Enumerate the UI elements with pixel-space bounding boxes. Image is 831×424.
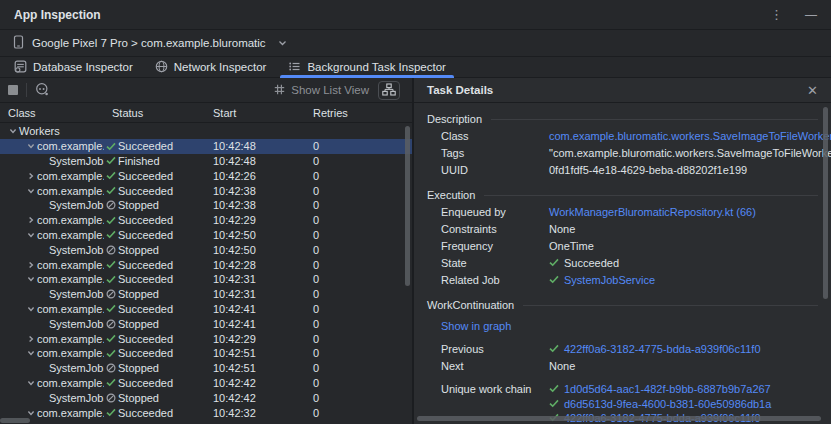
worker-class-label: SystemJobSe: [49, 318, 104, 330]
stop-inspector-icon[interactable]: [8, 85, 18, 95]
chevron-right-icon[interactable]: [24, 172, 37, 180]
table-row[interactable]: SystemJobSeStopped10:42:410: [0, 316, 412, 331]
success-check-icon: [106, 334, 118, 343]
detail-value-link[interactable]: WorkManagerBluromaticRepository.kt (66): [549, 206, 756, 218]
worker-class-label: SystemJobSe: [49, 155, 104, 167]
horizontal-scrollbar[interactable]: [417, 416, 821, 421]
section-title: Execution: [427, 189, 475, 201]
chevron-down-icon[interactable]: [24, 379, 37, 387]
tasks-panel: Show List View Class Status Start Retrie…: [0, 78, 414, 424]
start-time-label: 10:42:42: [213, 392, 256, 404]
success-check-icon: [106, 408, 118, 417]
chevron-right-icon[interactable]: [24, 261, 37, 269]
retries-label: 0: [313, 377, 319, 389]
start-time-label: 10:42:48: [213, 140, 256, 152]
chevron-down-icon[interactable]: [24, 409, 37, 417]
close-icon[interactable]: ✕: [807, 84, 818, 97]
stopped-icon: [106, 319, 118, 329]
chevron-down-icon[interactable]: [24, 305, 37, 313]
table-row[interactable]: com.example.blSucceeded10:42:280: [0, 257, 412, 272]
detail-value: None: [549, 360, 575, 372]
table-row[interactable]: com.example.blSucceeded10:42:320: [0, 405, 412, 420]
chevron-down-icon[interactable]: [6, 127, 19, 135]
table-row[interactable]: SystemJobSeStopped10:42:420: [0, 390, 412, 405]
detail-value-link[interactable]: d6d5613d-9fea-4600-b381-60e50986db1a: [564, 398, 771, 410]
chevron-down-icon[interactable]: [24, 142, 37, 150]
table-row[interactable]: com.example.blSucceeded10:42:290: [0, 213, 412, 228]
chevron-down-icon[interactable]: [24, 349, 37, 357]
table-row[interactable]: com.example.blSucceeded10:42:380: [0, 183, 412, 198]
detail-value-link[interactable]: 422ff0a6-3182-4775-bdda-a939f06c11f0: [564, 343, 761, 355]
detail-value-link[interactable]: 1d0d5d64-aac1-482f-b9bb-6887b9b7a267: [564, 383, 771, 395]
status-label: Stopped: [118, 244, 159, 256]
column-header-status[interactable]: Status: [104, 107, 204, 119]
worker-class-label: SystemJobSe: [49, 199, 104, 211]
tab-background-task-inspector[interactable]: Background Task Inspector: [277, 57, 457, 77]
task-details-panel: Task Details ✕ DescriptionClasscom.examp…: [414, 78, 831, 424]
retries-label: 0: [313, 140, 319, 152]
table-row[interactable]: SystemJobSeStopped10:42:310: [0, 287, 412, 302]
list-view-icon: [273, 83, 286, 98]
chevron-down-icon[interactable]: [24, 275, 37, 283]
more-options-icon[interactable]: ⋮: [770, 8, 783, 21]
detail-value-link[interactable]: com.example.bluromatic.workers.SaveImage…: [549, 130, 831, 142]
tasks-toolbar: Show List View: [0, 78, 412, 103]
table-row[interactable]: SystemJobSeStopped10:42:380: [0, 198, 412, 213]
horizontal-scrollbar[interactable]: [0, 418, 30, 423]
status-label: Succeeded: [118, 214, 173, 226]
stopped-icon: [106, 363, 118, 373]
status-label: Succeeded: [118, 273, 173, 285]
filter-tags-icon[interactable]: [35, 82, 50, 99]
start-time-label: 10:42:38: [213, 199, 256, 211]
show-in-graph-link[interactable]: Show in graph: [441, 320, 511, 332]
status-label: Succeeded: [118, 333, 173, 345]
success-check-icon: [106, 275, 118, 284]
tab-network-inspector[interactable]: Network Inspector: [144, 57, 278, 77]
table-row[interactable]: com.example.blSucceeded10:42:500: [0, 228, 412, 243]
worker-class-label: com.example.bl: [37, 347, 104, 359]
vertical-scrollbar[interactable]: [823, 107, 828, 299]
table-row[interactable]: SystemJobSeStopped10:42:500: [0, 242, 412, 257]
detail-value-link[interactable]: SystemJobService: [564, 274, 655, 286]
retries-label: 0: [313, 347, 319, 359]
table-row[interactable]: com.example.blSucceeded10:42:260: [0, 168, 412, 183]
task-details-title: Task Details: [427, 84, 493, 96]
graph-view-button[interactable]: [378, 81, 400, 100]
database-icon: [14, 60, 27, 75]
chevron-right-icon[interactable]: [24, 216, 37, 224]
table-row[interactable]: SystemJobSeStopped10:42:510: [0, 361, 412, 376]
worker-class-label: SystemJobSe: [49, 362, 104, 374]
column-header-class[interactable]: Class: [0, 107, 104, 119]
title-bar: App Inspection ⋮ —: [0, 0, 831, 30]
show-list-view-button[interactable]: Show List View: [273, 83, 369, 98]
retries-label: 0: [313, 303, 319, 315]
stopped-icon: [106, 289, 118, 299]
start-time-label: 10:42:38: [213, 185, 256, 197]
phone-icon: [13, 35, 24, 51]
detail-value: 0fd1fdf5-4e18-4629-beba-d88202f1e199: [549, 164, 747, 176]
column-header-start[interactable]: Start: [204, 107, 304, 119]
start-time-label: 10:42:32: [213, 407, 256, 419]
process-selector-bar[interactable]: Google Pixel 7 Pro > com.example.bluroma…: [0, 30, 831, 57]
details-section: DescriptionClasscom.example.bluromatic.w…: [427, 113, 818, 176]
table-row[interactable]: com.example.blSucceeded10:42:510: [0, 346, 412, 361]
table-row[interactable]: com.example.blSucceeded10:42:410: [0, 302, 412, 317]
detail-label: Previous: [441, 343, 549, 355]
retries-label: 0: [313, 259, 319, 271]
vertical-scrollbar[interactable]: [405, 126, 410, 286]
table-row[interactable]: com.example.blSucceeded10:42:420: [0, 376, 412, 391]
tree-group-row[interactable]: Workers: [0, 124, 412, 139]
success-check-icon: [106, 156, 118, 165]
column-header-retries[interactable]: Retries: [304, 107, 414, 119]
tab-database-inspector[interactable]: Database Inspector: [3, 57, 144, 77]
table-row[interactable]: com.example.blSucceeded10:42:480: [0, 139, 412, 154]
status-label: Succeeded: [118, 140, 173, 152]
chevron-down-icon[interactable]: [24, 231, 37, 239]
chevron-right-icon[interactable]: [24, 335, 37, 343]
table-row[interactable]: com.example.blSucceeded10:42:290: [0, 331, 412, 346]
table-row[interactable]: com.example.blSucceeded10:42:310: [0, 272, 412, 287]
minimize-icon[interactable]: —: [805, 9, 817, 21]
table-row[interactable]: SystemJobSeFinished10:42:480: [0, 154, 412, 169]
retries-label: 0: [313, 199, 319, 211]
chevron-down-icon[interactable]: [24, 187, 37, 195]
